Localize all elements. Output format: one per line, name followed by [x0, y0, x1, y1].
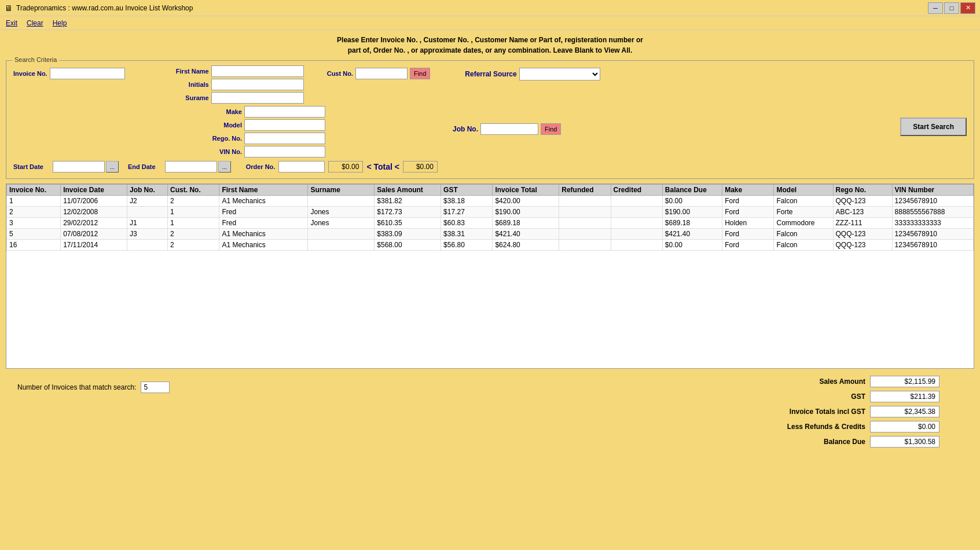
job-no-input[interactable]: [480, 123, 538, 135]
initials-label: Initials: [171, 81, 209, 88]
table-cell: 12345678910: [892, 240, 973, 251]
sales-amount-label: Sales Amount: [750, 377, 865, 386]
table-cell: Ford: [722, 240, 774, 251]
table-cell: Jones: [308, 218, 375, 229]
table-cell: Holden: [722, 218, 774, 229]
total-chevron-label: < Total <: [366, 162, 399, 171]
table-cell: 2: [168, 240, 219, 251]
table-row[interactable]: 329/02/2012J11FredJones$610.35$60.83$689…: [7, 218, 974, 229]
model-label: Model: [210, 122, 242, 129]
table-cell: J2: [127, 196, 167, 207]
table-cell: Commodore: [774, 218, 833, 229]
table-cell: [611, 240, 662, 251]
table-cell: 12345678910: [892, 229, 973, 240]
summary-row-less-refunds: Less Refunds & Credits $0.00: [750, 421, 939, 432]
maximize-button[interactable]: □: [944, 2, 959, 14]
table-row[interactable]: 111/07/2006J22A1 Mechanics$381.82$38.18$…: [7, 196, 974, 207]
summary-row-sales: Sales Amount $2,115.99: [750, 376, 939, 387]
rego-no-input[interactable]: [244, 133, 325, 144]
gst-value: $211.39: [870, 391, 939, 402]
table-cell: 12345678910: [892, 196, 973, 207]
start-date-label: Start Date: [13, 163, 43, 170]
table-cell: [559, 207, 611, 218]
col-header-make: Make: [722, 185, 774, 196]
table-cell: A1 Mechanics: [219, 229, 308, 240]
model-input[interactable]: [244, 119, 325, 131]
col-header-refunded: Refunded: [559, 185, 611, 196]
less-refunds-value: $0.00: [870, 421, 939, 432]
summary-section: Number of Invoices that match search: Sa…: [6, 371, 974, 452]
menu-exit[interactable]: Exit: [2, 18, 21, 28]
table-cell: $17.27: [441, 207, 493, 218]
table-cell: $56.80: [441, 240, 493, 251]
referral-source-select[interactable]: [519, 68, 600, 80]
end-date-input[interactable]: [165, 161, 217, 173]
make-input[interactable]: [244, 106, 325, 118]
invoice-no-label: Invoice No.: [13, 70, 47, 77]
initials-input[interactable]: [211, 79, 304, 90]
table-cell: $421.40: [493, 229, 559, 240]
balance-due-label: Balance Due: [750, 438, 865, 446]
table-cell: $38.31: [441, 229, 493, 240]
table-cell: 16: [7, 240, 61, 251]
table-cell: [611, 229, 662, 240]
main-content: Please Enter Invoice No. , Customer No. …: [0, 30, 980, 457]
start-date-input[interactable]: [53, 161, 105, 173]
menu-clear[interactable]: Clear: [23, 18, 47, 28]
balance-due-value: $1,300.58: [870, 436, 939, 448]
table-cell: [308, 229, 375, 240]
table-cell: $383.09: [375, 229, 441, 240]
search-criteria-label: Search Criteria: [12, 56, 59, 63]
col-header-invoice-no: Invoice No.: [7, 185, 61, 196]
order-no-input[interactable]: [278, 161, 325, 173]
find-cust-button[interactable]: Find: [410, 68, 430, 79]
table-cell: 29/02/2012: [61, 218, 127, 229]
table-row[interactable]: 212/02/20081FredJones$172.73$17.27$190.0…: [7, 207, 974, 218]
table-cell: [559, 218, 611, 229]
invoice-table: Invoice No. Invoice Date Job No. Cust. N…: [6, 184, 974, 251]
table-cell: Ford: [722, 207, 774, 218]
match-count-input[interactable]: [141, 382, 170, 393]
table-cell: Ford: [722, 229, 774, 240]
summary-row-gst: GST $211.39: [750, 391, 939, 402]
cust-no-input[interactable]: [355, 68, 408, 79]
table-cell: $0.00: [662, 240, 722, 251]
invoice-totals-label: Invoice Totals incl GST: [750, 408, 865, 416]
table-cell: 17/11/2014: [61, 240, 127, 251]
match-count-label: Number of Invoices that match search:: [17, 383, 136, 391]
menu-help[interactable]: Help: [49, 18, 71, 28]
find-job-button[interactable]: Find: [541, 123, 561, 135]
invoice-no-input[interactable]: [50, 68, 125, 79]
table-row[interactable]: 1617/11/20142A1 Mechanics$568.00$56.80$6…: [7, 240, 974, 251]
col-header-surname: Surname: [308, 185, 375, 196]
table-row[interactable]: 507/08/2012J32A1 Mechanics$383.09$38.31$…: [7, 229, 974, 240]
table-cell: [559, 240, 611, 251]
table-cell: QQQ-123: [833, 229, 892, 240]
col-header-model: Model: [774, 185, 833, 196]
instructions: Please Enter Invoice No. , Customer No. …: [6, 35, 974, 56]
col-header-sales-amount: Sales Amount: [375, 185, 441, 196]
end-date-picker-button[interactable]: ...: [218, 161, 231, 173]
table-cell: ZZZ-111: [833, 218, 892, 229]
minimize-button[interactable]: ─: [928, 2, 943, 14]
table-cell: 2: [168, 229, 219, 240]
table-cell: Forte: [774, 207, 833, 218]
table-cell: 2: [7, 207, 61, 218]
table-cell: $568.00: [375, 240, 441, 251]
total-value-2: $0.00: [403, 161, 438, 173]
start-date-picker-button[interactable]: ...: [106, 161, 119, 173]
vin-no-input[interactable]: [244, 146, 325, 157]
table-cell: 11/07/2006: [61, 196, 127, 207]
close-button[interactable]: ✕: [960, 2, 975, 14]
table-cell: 12/02/2008: [61, 207, 127, 218]
surname-input[interactable]: [211, 92, 304, 104]
col-header-job-no: Job No.: [127, 185, 167, 196]
total-value-1: $0.00: [328, 161, 363, 173]
firstname-label: First Name: [171, 68, 209, 75]
col-header-invoice-total: Invoice Total: [493, 185, 559, 196]
start-search-button[interactable]: Start Search: [900, 118, 967, 136]
invoice-totals-value: $2,345.38: [870, 406, 939, 417]
table-cell: [308, 196, 375, 207]
firstname-input[interactable]: [211, 65, 304, 77]
col-header-gst: GST: [441, 185, 493, 196]
